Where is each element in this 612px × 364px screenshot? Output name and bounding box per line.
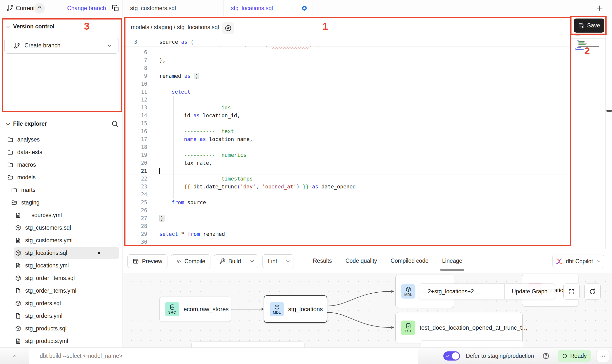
- lineage-node-test[interactable]: TST test_does_location_opened_at_trunc_t…: [395, 312, 523, 343]
- tab-stg-locations-sql[interactable]: stg_locations.sql: [224, 0, 312, 16]
- file-item-stg-locations-yml[interactable]: stg_locations.yml: [0, 259, 123, 272]
- panel-tab-lineage[interactable]: Lineage: [442, 258, 462, 264]
- save-label: Save: [587, 22, 600, 29]
- change-branch-link[interactable]: Change branch: [67, 0, 106, 16]
- code-line-24[interactable]: 24: [123, 191, 571, 199]
- file-item-models[interactable]: models: [0, 171, 123, 184]
- new-tab-button[interactable]: [596, 4, 604, 12]
- code-editor[interactable]: 5select * from {{ source('ecom', 'raw_st…: [123, 38, 571, 249]
- editor-minimap[interactable]: [575, 35, 606, 52]
- code-line-14[interactable]: 14id as location_id,: [123, 112, 571, 120]
- code-line-9[interactable]: 9renamed as (: [123, 72, 571, 80]
- code-line-18[interactable]: 18: [123, 143, 571, 151]
- file-item-label: __sources.yml: [25, 212, 62, 219]
- preview-button[interactable]: Preview: [127, 254, 167, 268]
- file-item-data-tests[interactable]: data-tests: [0, 146, 123, 159]
- lineage-node-source[interactable]: SRC ecom.raw_stores: [159, 297, 231, 322]
- folder-open-icon: [11, 199, 18, 206]
- code-line-10[interactable]: 10: [123, 80, 571, 88]
- chevron-down-icon[interactable]: [5, 24, 11, 30]
- code-line-13[interactable]: 13---------- ids: [123, 104, 571, 112]
- lint-button[interactable]: Lint: [262, 254, 293, 268]
- save-button[interactable]: Save: [574, 19, 604, 33]
- lineage-canvas[interactable]: SRC ecom.raw_stores MDL stg_locations MD…: [123, 273, 612, 347]
- node-title: ecom.raw_stores: [184, 306, 229, 313]
- code-line-19[interactable]: 19---------- numerics: [123, 151, 571, 159]
- database-icon: [169, 304, 175, 310]
- dbt-copilot-button[interactable]: dbt Copilot: [552, 255, 604, 268]
- file-icon: [15, 287, 21, 294]
- defer-toggle[interactable]: [443, 351, 460, 361]
- file-item-stg-products-sql[interactable]: stg_products.sql: [0, 322, 123, 335]
- refresh-graph-button[interactable]: [584, 283, 601, 300]
- code-line-22[interactable]: 22---------- timestamps: [123, 175, 571, 183]
- code-line-20[interactable]: 20tax_rate,: [123, 159, 571, 167]
- expand-command-bar-button[interactable]: [0, 348, 29, 364]
- file-item-staging[interactable]: staging: [0, 196, 123, 209]
- folder-icon: [7, 162, 14, 168]
- file-icon: [15, 237, 21, 244]
- create-branch-button[interactable]: Create branch: [4, 38, 119, 54]
- build-button[interactable]: Build: [214, 254, 258, 268]
- code-line-28[interactable]: 28: [123, 222, 571, 230]
- code-line-21[interactable]: 21: [123, 167, 571, 175]
- lineage-selector-panel: 2+stg_locations+2 Update Graph: [419, 283, 555, 299]
- fullscreen-button[interactable]: [563, 283, 580, 300]
- build-dropdown[interactable]: [246, 255, 258, 268]
- file-item-stg-order-items-sql[interactable]: stg_order_items.sql: [0, 272, 123, 284]
- code-line-11[interactable]: 11select: [123, 88, 571, 96]
- file-item-stg-order-items-yml[interactable]: stg_order_items.yml: [0, 284, 123, 297]
- code-line-30[interactable]: 30: [123, 238, 571, 246]
- lineage-selector-input[interactable]: 2+stg_locations+2: [419, 284, 505, 299]
- update-graph-button[interactable]: Update Graph: [505, 284, 555, 299]
- chevron-down-icon[interactable]: [106, 43, 112, 49]
- code-line-23[interactable]: 23{{ dbt.date_trunc('day', 'opened_at') …: [123, 183, 571, 191]
- help-icon[interactable]: [542, 352, 550, 360]
- line-number: 12: [123, 96, 147, 104]
- panel-resize-handle[interactable]: [606, 110, 612, 112]
- file-item-stg-products-yml[interactable]: stg_products.yml: [0, 335, 123, 347]
- file-item-stg-customers-sql[interactable]: stg_customers.sql: [0, 222, 123, 234]
- file-item-label: marts: [21, 187, 36, 193]
- line-number: 13: [123, 104, 147, 112]
- compile-button[interactable]: Compile: [171, 254, 210, 268]
- panel-tab-results[interactable]: Results: [313, 258, 332, 264]
- lineage-node-stg-locations[interactable]: MDL stg_locations: [264, 295, 327, 323]
- dbt-cloud-ide: Current Change branch stg_customers.sql …: [0, 0, 612, 364]
- code-line-16[interactable]: 16---------- text: [123, 127, 571, 135]
- file-item--sources-yml[interactable]: __sources.yml: [0, 209, 123, 222]
- code-line-29[interactable]: 29select * from renamed: [123, 230, 571, 238]
- open-in-explorer-button[interactable]: [222, 22, 234, 34]
- code-line-26[interactable]: 26: [123, 206, 571, 214]
- code-icon: [176, 258, 182, 264]
- tab-stg-customers-sql[interactable]: stg_customers.sql: [123, 0, 224, 16]
- fullscreen-icon: [568, 288, 575, 295]
- file-item-stg-locations-sql[interactable]: stg_locations.sql: [0, 247, 123, 259]
- status-badge: Ready: [558, 350, 591, 362]
- file-item-label: staging: [21, 199, 40, 206]
- chevron-down-icon[interactable]: [5, 121, 11, 127]
- code-line-17[interactable]: 17name as location_name,: [123, 135, 571, 143]
- file-item-analyses[interactable]: analyses: [0, 133, 123, 146]
- copy-icon[interactable]: [112, 4, 120, 12]
- code-line-12[interactable]: 12: [123, 96, 571, 104]
- code-line-27[interactable]: 27): [123, 214, 571, 222]
- file-item-stg-orders-yml[interactable]: stg_orders.yml: [0, 310, 123, 322]
- code-line-6[interactable]: 6: [123, 48, 571, 56]
- code-line-7[interactable]: 7),: [123, 56, 571, 64]
- lint-dropdown[interactable]: [282, 255, 293, 268]
- file-item-stg-customers-yml[interactable]: stg_customers.yml: [0, 234, 123, 247]
- command-input[interactable]: dbt build --select <model_name>: [29, 348, 418, 364]
- code-line-8[interactable]: 8: [123, 64, 571, 72]
- panel-tab-compiled-code[interactable]: Compiled code: [391, 258, 428, 264]
- search-icon[interactable]: [111, 120, 119, 127]
- sidebar: Version control Create branch File explo…: [0, 16, 123, 347]
- more-options-button[interactable]: [596, 350, 609, 362]
- code-line-25[interactable]: 25from source: [123, 199, 571, 206]
- file-item-stg-orders-sql[interactable]: stg_orders.sql: [0, 297, 123, 310]
- file-item-marts[interactable]: marts: [0, 184, 123, 196]
- folder-icon: [7, 149, 14, 156]
- panel-tab-code-quality[interactable]: Code quality: [346, 258, 377, 264]
- code-line-15[interactable]: 15: [123, 120, 571, 127]
- file-item-macros[interactable]: macros: [0, 159, 123, 171]
